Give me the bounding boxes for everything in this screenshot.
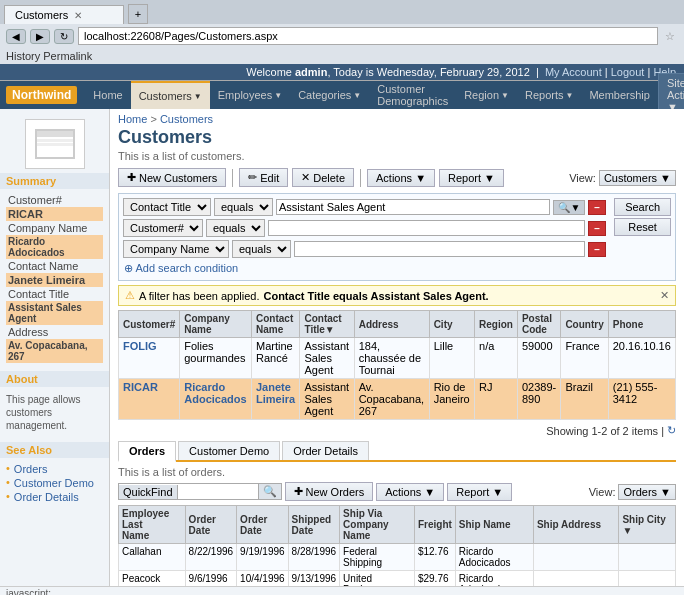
quickfind-input[interactable] bbox=[178, 485, 258, 499]
filter-field-1[interactable]: Contact Title bbox=[123, 198, 211, 216]
cell-postal: 02389-890 bbox=[517, 379, 560, 420]
filter-value-1[interactable] bbox=[276, 199, 550, 215]
edit-button[interactable]: ✏ Edit bbox=[239, 168, 288, 187]
filter-notice: ⚠ A filter has been applied. Contact Tit… bbox=[118, 285, 676, 306]
refresh-button[interactable]: ↻ bbox=[54, 29, 74, 44]
tab-customer-demo[interactable]: Customer Demo bbox=[178, 441, 280, 460]
filter-lookup-1[interactable]: 🔍▼ bbox=[553, 200, 585, 215]
filter-value-3[interactable] bbox=[294, 241, 585, 257]
cell-contacttitle: Assistant Sales Agent bbox=[300, 379, 354, 420]
sidebar: Summary Customer# RICAR Company Name Ric… bbox=[0, 109, 110, 586]
orders-report-button[interactable]: Report ▼ bbox=[447, 483, 512, 501]
order-shipname: Ricardo Adocicados bbox=[455, 571, 533, 587]
quickfind: QuickFind 🔍 bbox=[118, 483, 282, 500]
sidebar-see-also-section: See Also Orders Customer Demo Order Deta… bbox=[0, 442, 109, 512]
sidebar-about-heading: About bbox=[0, 371, 109, 387]
customer-link[interactable]: FOLIG bbox=[123, 340, 157, 352]
cell-country: Brazil bbox=[561, 379, 608, 420]
filter-row-3: Company Name equals − bbox=[123, 240, 606, 258]
tab-orders[interactable]: Orders bbox=[118, 441, 176, 462]
nav-customers[interactable]: Customers ▼ bbox=[131, 81, 210, 109]
order-shipaddress bbox=[533, 544, 618, 571]
nav-categories[interactable]: Categories ▼ bbox=[290, 81, 369, 109]
col-contacttitle: Contact Title▼ bbox=[300, 311, 354, 338]
view-select-button[interactable]: Customers ▼ bbox=[599, 170, 676, 186]
thumbnail bbox=[25, 119, 85, 169]
nav-membership[interactable]: Membership bbox=[581, 81, 658, 109]
company-link[interactable]: Ricardo Adocicados bbox=[184, 381, 246, 405]
sidebar-orderdetails-link[interactable]: Order Details bbox=[12, 490, 81, 504]
filter-field-2[interactable]: Customer# bbox=[123, 219, 203, 237]
categories-dropdown-arrow: ▼ bbox=[353, 91, 361, 100]
orders-view-button[interactable]: Orders ▼ bbox=[618, 484, 676, 500]
filter-notice-close[interactable]: ✕ bbox=[660, 289, 669, 302]
new-customers-button[interactable]: ✚ New Customers bbox=[118, 168, 226, 187]
sidebar-orderdetails-link-item: Order Details bbox=[6, 490, 103, 504]
filter-remove-1[interactable]: − bbox=[588, 200, 606, 215]
tab-order-details[interactable]: Order Details bbox=[282, 441, 369, 460]
col-region: Region bbox=[475, 311, 518, 338]
orders-col-shipvia: Ship Via CompanyName bbox=[340, 506, 415, 544]
new-tab-button[interactable]: + bbox=[128, 4, 148, 24]
add-condition-link[interactable]: ⊕ Add search condition bbox=[123, 261, 606, 276]
forward-button[interactable]: ▶ bbox=[30, 29, 50, 44]
orders-col-freight: Freight bbox=[414, 506, 455, 544]
filter-operator-1[interactable]: equals bbox=[214, 198, 273, 216]
contact-link[interactable]: Janete Limeira bbox=[256, 381, 295, 405]
page-desc: This is a list of customers. bbox=[118, 150, 676, 162]
breadcrumb-customers[interactable]: Customers bbox=[160, 113, 213, 125]
filter-row-2: Customer# equals − bbox=[123, 219, 606, 237]
order-shipvia: Federal Shipping bbox=[340, 544, 415, 571]
filter-notice-text: A filter has been applied. bbox=[139, 290, 259, 302]
search-button[interactable]: Search bbox=[614, 198, 671, 216]
address-input[interactable] bbox=[78, 27, 658, 45]
reset-button[interactable]: Reset bbox=[614, 218, 671, 236]
order-shipped: 9/13/1996 bbox=[288, 571, 340, 587]
refresh-icon[interactable]: ↻ bbox=[667, 424, 676, 437]
view-selector: View: Customers ▼ bbox=[569, 170, 676, 186]
sidebar-contacttitle-value: Assistant Sales Agent bbox=[6, 301, 103, 325]
nav-reports[interactable]: Reports ▼ bbox=[517, 81, 581, 109]
tab-close-button[interactable]: ✕ bbox=[74, 10, 82, 21]
back-button[interactable]: ◀ bbox=[6, 29, 26, 44]
welcome-text: Welcome admin, bbox=[246, 66, 330, 78]
nav-region[interactable]: Region ▼ bbox=[456, 81, 517, 109]
filter-remove-2[interactable]: − bbox=[588, 221, 606, 236]
actions-button[interactable]: Actions ▼ bbox=[367, 169, 435, 187]
quickfind-search-icon[interactable]: 🔍 bbox=[258, 484, 281, 499]
new-orders-button[interactable]: ✚ New Orders bbox=[285, 482, 374, 501]
filter-value-2[interactable] bbox=[268, 220, 585, 236]
filter-remove-3[interactable]: − bbox=[588, 242, 606, 257]
customer-link[interactable]: RICAR bbox=[123, 381, 158, 393]
sidebar-customerdemo-link[interactable]: Customer Demo bbox=[12, 476, 96, 490]
orders-view-selector: View: Orders ▼ bbox=[589, 484, 676, 500]
sidebar-orders-link[interactable]: Orders bbox=[12, 462, 50, 476]
sidebar-address-value: Av. Copacabana, 267 bbox=[6, 339, 103, 363]
filter-operator-3[interactable]: equals bbox=[232, 240, 291, 258]
nav-customer-demographics[interactable]: Customer Demographics bbox=[369, 81, 456, 109]
sidebar-companyname-value: Ricardo Adocicados bbox=[6, 235, 103, 259]
my-account-link[interactable]: My Account bbox=[545, 66, 602, 78]
delete-button[interactable]: ✕ Delete bbox=[292, 168, 354, 187]
username: admin bbox=[295, 66, 327, 78]
logout-link[interactable]: Logout bbox=[611, 66, 645, 78]
cell-companyname: Ricardo Adocicados bbox=[180, 379, 252, 420]
nav-employees[interactable]: Employees ▼ bbox=[210, 81, 290, 109]
order-freight: $29.76 bbox=[414, 571, 455, 587]
filter-operator-2[interactable]: equals bbox=[206, 219, 265, 237]
breadcrumb: Home > Customers bbox=[118, 113, 676, 125]
filter-field-3[interactable]: Company Name bbox=[123, 240, 229, 258]
customers-pagination: Showing 1-2 of 2 items | ↻ bbox=[118, 424, 676, 437]
bookmark-star-icon[interactable]: ☆ bbox=[662, 30, 678, 43]
report-button[interactable]: Report ▼ bbox=[439, 169, 504, 187]
orders-desc: This is a list of orders. bbox=[118, 466, 676, 478]
nav-home[interactable]: Home bbox=[85, 81, 130, 109]
orders-actions-button[interactable]: Actions ▼ bbox=[376, 483, 444, 501]
reports-dropdown-arrow: ▼ bbox=[565, 91, 573, 100]
cell-customerid: FOLIG bbox=[119, 338, 180, 379]
col-city: City bbox=[429, 311, 474, 338]
breadcrumb-home[interactable]: Home bbox=[118, 113, 147, 125]
active-tab[interactable]: Customers ✕ bbox=[4, 5, 124, 24]
sub-tabs: Orders Customer Demo Order Details bbox=[118, 441, 676, 462]
col-postalcode: Postal Code bbox=[517, 311, 560, 338]
